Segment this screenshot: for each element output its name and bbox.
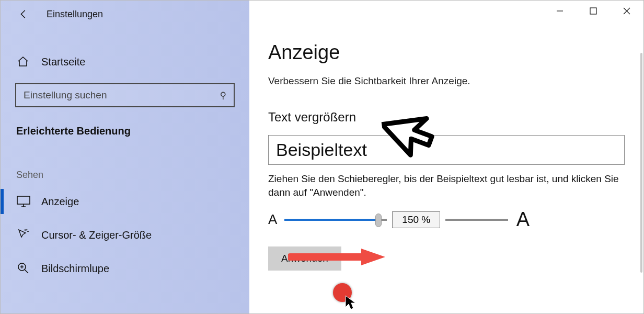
settings-window: Windows-FAQ Einstellungen Startseite ⚲ E… <box>0 0 644 314</box>
titlebar-left: Einstellungen <box>1 1 249 28</box>
sidebar: Einstellungen Startseite ⚲ Erleichterte … <box>1 1 249 313</box>
section-heading: Text vergrößern <box>268 110 625 125</box>
search-box[interactable]: ⚲ <box>15 83 235 107</box>
section-label: Sehen <box>16 170 249 181</box>
sidebar-home[interactable]: Startseite <box>1 48 249 76</box>
cursor-icon <box>16 228 31 242</box>
app-title: Einstellungen <box>47 9 103 20</box>
search-input[interactable] <box>24 89 220 101</box>
sidebar-item-label: Cursor- & Zeiger-Größe <box>41 229 152 241</box>
sidebar-item-magnifier[interactable]: Bildschirmlupe <box>1 252 249 285</box>
slider-track-right[interactable] <box>445 219 508 221</box>
sidebar-item-label: Anzeige <box>41 196 79 208</box>
slider-instruction: Ziehen Sie den Schieberegler, bis der Be… <box>268 172 625 199</box>
scrollbar[interactable] <box>640 53 642 273</box>
page-title: Anzeige <box>268 41 625 64</box>
sidebar-home-label: Startseite <box>41 56 85 68</box>
svg-rect-0 <box>17 196 30 204</box>
slider-thumb[interactable] <box>375 214 382 227</box>
annotation-cursor-icon <box>344 295 357 312</box>
search-icon: ⚲ <box>220 90 226 101</box>
magnifier-icon <box>16 261 31 276</box>
text-size-slider-row: A 150 % A <box>268 208 530 231</box>
sidebar-item-label: Bildschirmlupe <box>41 263 109 275</box>
slider-max-label: A <box>516 208 530 231</box>
category-title: Erleichterte Bedienung <box>16 125 249 137</box>
text-size-slider[interactable] <box>284 219 387 221</box>
home-icon <box>16 55 30 69</box>
monitor-icon <box>16 194 31 209</box>
slider-fill <box>284 219 378 221</box>
annotation-red-arrow <box>288 246 393 270</box>
annotation-cursor-arrow <box>379 96 450 169</box>
slider-value-box: 150 % <box>392 211 440 228</box>
window-controls <box>543 1 643 21</box>
slider-min-label: A <box>268 211 277 228</box>
sidebar-item-display[interactable]: Anzeige <box>1 185 249 218</box>
sidebar-item-cursor[interactable]: Cursor- & Zeiger-Größe <box>1 218 249 252</box>
back-button[interactable] <box>15 6 32 23</box>
minimize-button[interactable] <box>543 1 577 21</box>
svg-rect-3 <box>590 8 596 14</box>
maximize-button[interactable] <box>577 1 610 21</box>
close-button[interactable] <box>610 1 643 21</box>
page-subtitle: Verbessern Sie die Sichtbarkeit Ihrer An… <box>268 75 625 87</box>
